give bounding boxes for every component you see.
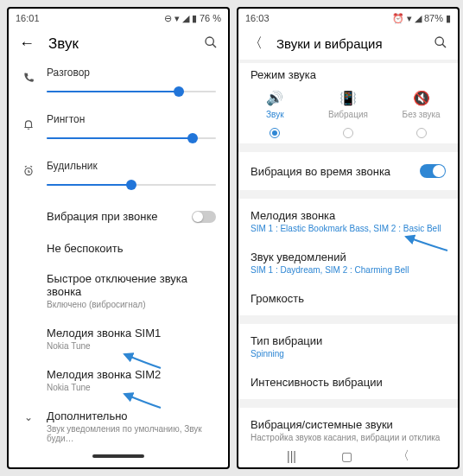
back-nav-button[interactable]: 〈 [397, 448, 409, 464]
more-item[interactable]: ⌄ Дополнительно Звук уведомления по умол… [9, 401, 228, 445]
radio-sound[interactable] [270, 128, 280, 138]
vibrate-on-call-row[interactable]: Вибрация при звонке [9, 200, 228, 233]
vibration-type-sub: Spinning [251, 349, 446, 359]
mode-sound-label: Звук [266, 110, 284, 119]
slider-talk-row: Разговор [9, 60, 228, 106]
search-button[interactable] [434, 35, 447, 53]
more-sub: Звук уведомления по умолчанию, Звук буди… [47, 424, 216, 443]
system-sounds-sub: Настройка звуков касания, вибрации и отк… [251, 433, 446, 445]
mode-vibrate[interactable]: 📳 Вибрация [318, 90, 378, 138]
phone-left: 16:01 ⊖ ▾ ◢ ▮ 76 % ← Звук Разговор [7, 7, 230, 469]
system-sounds-item[interactable]: Вибрация/системные звуки Настройка звуко… [238, 409, 458, 445]
ringtone-sim2-title: Мелодия звонка SIM2 [47, 368, 216, 381]
ringtone-sim1-sub: Nokia Tune [47, 341, 216, 351]
vibration-type-item[interactable]: Тип вибрации Spinning [238, 326, 458, 367]
battery-icon: ▮ [192, 13, 197, 24]
vibrate-during-call-label: Вибрация во время звонка [251, 165, 390, 178]
svg-line-1 [212, 44, 216, 48]
signal-icon: ◢ [415, 13, 422, 24]
mode-silent-label: Без звука [403, 110, 441, 119]
nav-bar: ||| ▢ 〈 [238, 445, 458, 467]
ringtone-sim2-sub: Nokia Tune [47, 383, 216, 392]
alarm-icon [21, 160, 36, 177]
back-button[interactable]: 〈 [249, 35, 263, 53]
dnd-title: Не беспокоить [47, 242, 216, 255]
search-button[interactable] [204, 35, 218, 53]
notification-sound-sub: SIM 1 : Daydream, SIM 2 : Charming Bell [251, 265, 446, 275]
slider-alarm-row: Будильник [9, 153, 228, 200]
phone-icon [21, 67, 36, 84]
ringtone-sim1-title: Мелодия звонка SIM1 [47, 327, 216, 340]
wifi-icon: ▾ [174, 13, 180, 24]
slider-ring-row: Рингтон [9, 106, 228, 153]
ringtone-sub: SIM 1 : Elastic Bookmark Bass, SIM 2 : B… [251, 224, 446, 233]
system-sounds-title: Вибрация/системные звуки [251, 418, 446, 431]
page-title: Звуки и вибрация [276, 36, 420, 51]
signal-icon: ◢ [182, 13, 189, 24]
battery-icon: ▮ [446, 13, 451, 24]
svg-line-4 [442, 44, 446, 48]
slider-ring[interactable] [47, 130, 216, 146]
quickmute-sub: Включено (вибросигнал) [47, 300, 216, 309]
status-bar: 16:01 ⊖ ▾ ◢ ▮ 76 % [9, 9, 228, 28]
svg-point-0 [206, 37, 213, 45]
ringtone-title: Мелодия звонка [251, 209, 446, 222]
mode-silent[interactable]: 🔇 Без звука [391, 90, 452, 138]
dnd-icon: ⊖ [164, 13, 172, 24]
slider-alarm[interactable] [47, 177, 216, 193]
slider-ring-label: Рингтон [47, 113, 216, 125]
volume-item[interactable]: Громкость [238, 283, 458, 314]
notification-sound-title: Звук уведомлений [251, 251, 446, 263]
home-pill[interactable] [92, 454, 144, 458]
svg-point-3 [435, 37, 443, 45]
status-time: 16:03 [245, 13, 270, 23]
more-title: Дополнительно [47, 409, 216, 422]
back-button[interactable]: ← [19, 35, 35, 53]
notification-sound-item[interactable]: Звук уведомлений SIM 1 : Daydream, SIM 2… [238, 242, 458, 283]
vibrate-during-call-row[interactable]: Вибрация во время звонка [238, 154, 458, 188]
battery-text: 76 % [200, 13, 221, 23]
radio-silent[interactable] [416, 128, 427, 138]
vibration-intensity-item[interactable]: Интенсивность вибрации [238, 367, 458, 397]
slider-talk[interactable] [47, 84, 216, 99]
status-time: 16:01 [16, 13, 40, 23]
ringtone-sim1-item[interactable]: Мелодия звонка SIM1 Nokia Tune [9, 318, 228, 359]
vibrate-during-call-toggle[interactable] [420, 164, 446, 178]
vibrate-on-call-label: Вибрация при звонке [47, 210, 158, 223]
home-button[interactable]: ▢ [341, 449, 352, 463]
content: Режим звука 🔊 Звук 📳 Вибрация 🔇 Без звук… [238, 60, 458, 445]
dnd-item[interactable]: Не беспокоить [9, 233, 228, 263]
mode-sound[interactable]: 🔊 Звук [244, 90, 305, 138]
volume-title: Громкость [251, 292, 446, 305]
sound-mode-title: Режим звука [238, 65, 458, 83]
bell-icon [21, 113, 36, 130]
header: ← Звук [9, 28, 228, 60]
mode-grid: 🔊 Звук 📳 Вибрация 🔇 Без звука [238, 83, 458, 142]
status-bar: 16:03 ⏰ ▾ ◢ 87% ▮ [238, 9, 458, 28]
vibration-intensity-title: Интенсивность вибрации [251, 376, 446, 389]
recents-button[interactable]: ||| [287, 449, 296, 463]
vibration-type-title: Тип вибрации [251, 334, 446, 347]
wifi-icon: ▾ [407, 13, 412, 24]
ringtone-item[interactable]: Мелодия звонка SIM 1 : Elastic Bookmark … [238, 200, 458, 242]
quickmute-title: Быстрое отключение звука звонка [47, 272, 216, 298]
slider-talk-label: Разговор [47, 67, 216, 79]
mode-vibrate-label: Вибрация [328, 110, 368, 119]
nav-bar [9, 445, 228, 467]
vibrate-toggle[interactable] [192, 211, 216, 223]
status-right: ⏰ ▾ ◢ 87% ▮ [392, 13, 451, 24]
vibrate-icon: 📳 [339, 90, 357, 106]
mute-icon: 🔇 [413, 90, 430, 106]
alarm-icon: ⏰ [392, 13, 404, 24]
ringtone-sim2-item[interactable]: Мелодия звонка SIM2 Nokia Tune [9, 359, 228, 401]
header: 〈 Звуки и вибрация [238, 28, 458, 60]
content: Разговор Рингтон Будильник [9, 60, 228, 445]
phone-right: 16:03 ⏰ ▾ ◢ 87% ▮ 〈 Звуки и вибрация Реж… [237, 7, 460, 469]
page-title: Звук [48, 35, 190, 53]
sound-mode-section: Режим звука 🔊 Звук 📳 Вибрация 🔇 Без звук… [238, 63, 458, 143]
slider-alarm-label: Будильник [47, 160, 216, 172]
chevron-down-icon: ⌄ [21, 409, 36, 423]
radio-vibrate[interactable] [343, 128, 353, 138]
quickmute-item[interactable]: Быстрое отключение звука звонка Включено… [9, 263, 228, 318]
status-right: ⊖ ▾ ◢ ▮ 76 % [164, 13, 221, 24]
